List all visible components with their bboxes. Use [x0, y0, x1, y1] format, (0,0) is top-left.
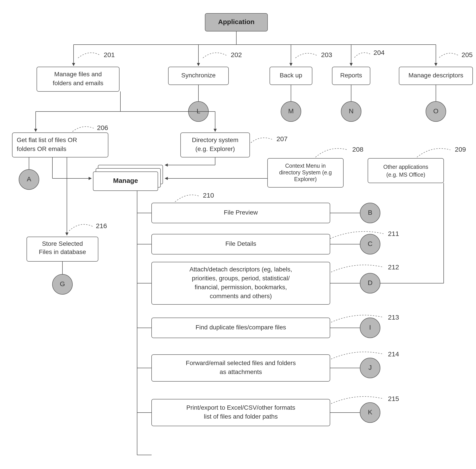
label-204: 204 [374, 49, 385, 56]
n208-line1: Context Menu in [285, 163, 326, 169]
n205-line1: Manage descriptors [409, 72, 463, 79]
label-210: 210 [203, 192, 214, 199]
n206-line2: folders OR emails [17, 145, 66, 152]
n212-l2: priorities, groups, period, statistical/ [192, 275, 290, 282]
label-202: 202 [231, 51, 242, 58]
n203-line1: Back up [279, 72, 302, 79]
n209-line2: (e.g. MS Office) [386, 171, 425, 178]
n206-line1: Get flat list of files OR [17, 136, 77, 143]
flowchart: Application 201 202 203 204 205 Manage f… [0, 0, 476, 469]
svg-rect-66 [152, 399, 330, 426]
n204-line1: Reports [340, 72, 362, 79]
label-209: 209 [455, 146, 466, 153]
circle-K: K [368, 408, 372, 416]
label-207: 207 [277, 135, 288, 143]
n215-l1: Print/export to Excel/CSV/other formats [186, 404, 295, 411]
label-214: 214 [388, 350, 399, 358]
label-211: 211 [388, 230, 399, 237]
n212-l4: comments and others) [210, 293, 272, 300]
circle-B: B [368, 209, 372, 216]
n216-line1: Store Selected [42, 240, 83, 247]
n209-line1: Other applications [383, 164, 428, 170]
label-201: 201 [104, 51, 115, 58]
label-206: 206 [97, 124, 108, 131]
label-216: 216 [96, 222, 107, 230]
n215-l2: list of files and folder paths [204, 413, 278, 420]
circle-M: M [288, 107, 294, 115]
n212-l1: Attach/detach descriptors (eg, labels, [190, 266, 292, 273]
n202-line1: Synchronize [181, 72, 216, 79]
circle-D: D [368, 279, 373, 286]
circle-I: I [369, 324, 371, 331]
n207-line1: Directory system [192, 136, 238, 143]
n213-text: Find duplicate files/compare files [196, 324, 286, 331]
label-208: 208 [352, 146, 363, 153]
n216-line2: Files in database [39, 249, 86, 255]
label-203: 203 [321, 51, 332, 58]
label-215: 215 [388, 395, 399, 402]
circle-J: J [369, 364, 372, 371]
n208-line2: directory System (e.g [279, 169, 332, 176]
manage-label: Manage [113, 177, 138, 184]
label-212: 212 [388, 263, 399, 271]
circle-A: A [27, 175, 31, 183]
circle-G: G [60, 280, 65, 287]
n212-l3: financial, permission, bookmarks, [195, 284, 287, 291]
n214-l1: Forward/email selected files and folders [186, 359, 296, 367]
circle-L: L [197, 107, 200, 115]
n208-line3: Explorer) [294, 176, 317, 182]
svg-rect-62 [152, 355, 330, 381]
svg-rect-28 [368, 158, 444, 183]
n201-line2: folders and emails [53, 80, 103, 86]
root-label: Application [218, 18, 254, 25]
label-213: 213 [388, 314, 399, 321]
n207-line2: (e.g. Explorer) [195, 145, 235, 152]
n211-text: File Details [225, 240, 256, 247]
n210-text: File Preview [224, 209, 258, 216]
circle-N: N [349, 107, 354, 115]
n214-l2: as attachments [220, 368, 262, 375]
circle-O: O [433, 107, 438, 115]
n201-line1: Manage files and [54, 71, 102, 78]
circle-C: C [368, 240, 373, 247]
label-205: 205 [461, 51, 473, 58]
